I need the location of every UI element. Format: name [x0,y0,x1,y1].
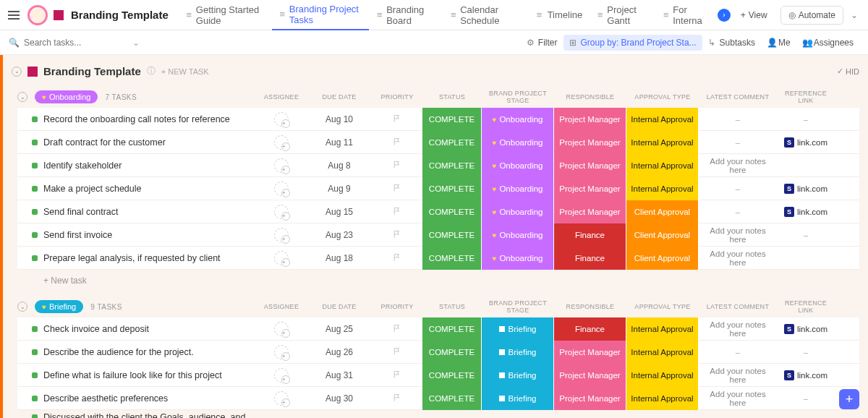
task-row[interactable]: Send first invoiceAug 23COMPLETE♥Onboard… [17,223,859,247]
due-date[interactable]: Aug 15 [307,207,372,217]
tab-branding-board[interactable]: ≡Branding Board [369,0,443,30]
stage-chip[interactable]: ♥Onboarding [482,108,554,131]
automate-button[interactable]: ◎Automate [780,6,843,25]
reference-link[interactable]: – [777,115,835,124]
reference-link[interactable]: Slink.com [777,324,835,334]
add-assignee-button[interactable] [274,368,289,383]
tab-timeline[interactable]: ≡Timeline [528,0,590,30]
automate-dropdown-caret[interactable]: ⌄ [846,7,862,24]
column-header-approval[interactable]: APPROVAL TYPE [626,93,699,101]
stage-chip[interactable]: Briefing [482,364,554,387]
group-by-button[interactable]: ⊞Group by: Brand Project Sta... [563,35,702,51]
add-assignee-button[interactable] [274,251,289,265]
approval-chip[interactable]: Client Approval [626,247,699,270]
add-assignee-button[interactable] [274,228,289,242]
task-row[interactable]: Define what is failure look like for thi… [17,364,859,387]
task-row[interactable]: Describe aesthetic preferencesAug 30COMP… [17,387,859,410]
column-header-status[interactable]: STATUS [422,93,482,101]
add-assignee-button[interactable] [274,135,289,150]
reference-link[interactable]: Slink.com [777,370,835,380]
priority-flag[interactable] [372,137,422,148]
responsible-chip[interactable]: Finance [554,223,626,247]
create-task-fab[interactable]: + [839,389,859,409]
status-chip[interactable]: COMPLETE [422,247,482,270]
collapse-section-icon[interactable]: ⌄ [17,92,27,102]
section-stage-pill[interactable]: ♥Briefing [35,300,83,313]
latest-comment[interactable]: – [699,208,777,216]
add-assignee-button[interactable] [274,205,289,219]
priority-flag[interactable] [372,253,422,264]
responsible-chip[interactable]: Project Manager [554,154,626,177]
approval-chip[interactable]: Internal Approval [626,131,699,154]
subtasks-button[interactable]: ↳Subtasks [702,35,761,51]
column-header-comment[interactable]: LATEST COMMENT [699,93,777,101]
section-stage-pill[interactable]: ♥Onboarding [35,90,98,103]
latest-comment[interactable]: – [699,138,777,147]
task-row[interactable]: Send final contractAug 15COMPLETE♥Onboar… [17,200,859,223]
responsible-chip[interactable]: Finance [554,247,626,270]
hamburger-menu-icon[interactable] [6,9,22,22]
latest-comment[interactable]: – [699,115,777,124]
reference-link[interactable]: – [777,231,835,239]
status-chip[interactable]: COMPLETE [422,177,482,200]
approval-chip[interactable]: Internal Approval [626,177,699,200]
info-icon[interactable]: ⓘ [147,65,156,77]
task-row[interactable]: Draft contract for the customerAug 11COM… [17,131,859,154]
task-row[interactable]: Describe the audience for the project.Au… [17,341,859,364]
latest-comment[interactable]: – [699,184,777,193]
latest-comment[interactable]: Add your notes here [699,157,777,174]
approval-chip[interactable]: Internal Approval [626,317,699,341]
collapse-group-icon[interactable]: ⌄ [12,67,22,77]
priority-flag[interactable] [372,230,422,241]
priority-flag[interactable] [372,347,422,358]
tab-for-interna[interactable]: ≡For Interna [655,0,715,30]
assignees-button[interactable]: 👥Assignees [796,35,859,51]
status-chip[interactable]: COMPLETE [422,131,482,154]
approval-chip[interactable]: Client Approval [626,200,699,223]
latest-comment[interactable]: Add your notes here [699,226,777,244]
column-header-approval[interactable]: APPROVAL TYPE [626,303,699,310]
scroll-tabs-right-icon[interactable]: › [718,9,731,22]
responsible-chip[interactable]: Project Manager [554,364,626,387]
reference-link[interactable]: – [777,348,835,357]
task-row[interactable]: Record the onboarding call notes for ref… [17,108,859,131]
priority-flag[interactable] [372,161,422,171]
add-assignee-button[interactable] [274,158,289,173]
approval-chip[interactable]: Internal Approval [626,341,699,364]
reference-link[interactable]: Slink.com [777,184,835,194]
column-header-stage[interactable]: BRAND PROJECT STAGE [482,299,554,314]
add-assignee-button[interactable] [274,182,289,196]
responsible-chip[interactable]: Project Manager [554,131,626,154]
column-header-comment[interactable]: LATEST COMMENT [699,303,777,310]
column-header-responsible[interactable]: RESPONSIBLE [554,93,626,101]
approval-chip[interactable]: Internal Approval [626,108,699,131]
reference-link[interactable]: Slink.com [777,207,835,217]
tab-getting-started-guide[interactable]: ≡Getting Started Guide [179,0,272,30]
due-date[interactable]: Aug 9 [307,184,372,194]
column-header-assignee[interactable]: ASSIGNEE [256,93,307,101]
column-header-due_date[interactable]: DUE DATE [307,93,372,101]
priority-flag[interactable] [372,207,422,218]
task-row[interactable]: Prepare legal analysis, if requested by … [17,247,859,270]
reference-link[interactable]: Slink.com [777,137,835,148]
approval-chip[interactable]: Internal Approval [626,154,699,177]
due-date[interactable]: Aug 18 [307,253,372,263]
latest-comment[interactable]: – [699,348,777,357]
status-chip[interactable]: COMPLETE [422,223,482,247]
stage-chip[interactable]: ♥Onboarding [482,177,554,200]
filter-button[interactable]: ⚙Filter [521,35,563,51]
column-header-status[interactable]: STATUS [422,303,482,310]
group-new-task-button[interactable]: + NEW TASK [161,67,209,76]
responsible-chip[interactable]: Finance [554,317,626,341]
search-input[interactable] [24,38,103,48]
priority-flag[interactable] [372,324,422,335]
tab-calendar-schedule[interactable]: ≡Calendar Schedule [443,0,527,30]
task-row[interactable]: Make a project scheduleAug 9COMPLETE♥Onb… [17,177,859,200]
status-chip[interactable]: COMPLETE [422,154,482,177]
column-header-due_date[interactable]: DUE DATE [307,303,372,310]
responsible-chip[interactable]: Project Manager [554,387,626,410]
add-assignee-button[interactable] [274,345,289,359]
stage-chip[interactable]: Briefing [482,317,554,341]
stage-chip[interactable]: ♥Onboarding [482,154,554,177]
approval-chip[interactable]: Client Approval [626,223,699,247]
